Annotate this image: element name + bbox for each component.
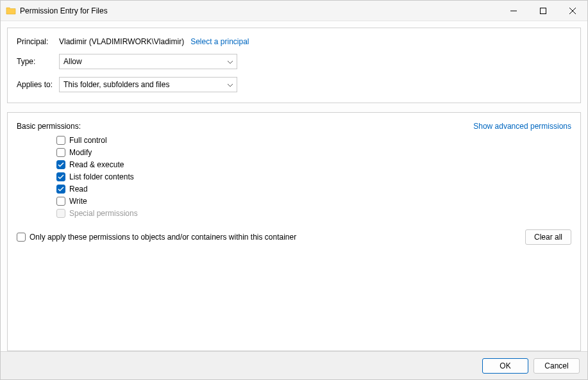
permission-row[interactable]: Write — [56, 197, 571, 206]
permission-label: Modify — [69, 148, 92, 157]
permissions-header: Basic permissions: Show advanced permiss… — [17, 122, 571, 131]
permissions-panel: Basic permissions: Show advanced permiss… — [7, 112, 581, 351]
titlebar: Permission Entry for Files — [1, 1, 587, 21]
principal-row: Principal: Vladimir (VLADIMIRWORK\Vladim… — [17, 37, 571, 46]
permission-label: Full control — [69, 136, 107, 145]
content-area: Principal: Vladimir (VLADIMIRWORK\Vladim… — [1, 21, 587, 351]
principal-label: Principal: — [17, 37, 59, 46]
permission-checkbox[interactable] — [56, 197, 65, 206]
applies-to-select[interactable] — [59, 77, 237, 92]
permission-label: Read & execute — [69, 160, 124, 169]
permission-row[interactable]: List folder contents — [56, 172, 571, 181]
type-row: Type: — [17, 54, 571, 69]
permission-label: List folder contents — [69, 172, 134, 181]
type-label: Type: — [17, 57, 59, 66]
permissions-list: Full controlModifyRead & executeList fol… — [17, 136, 571, 218]
only-apply-checkbox[interactable] — [17, 233, 26, 242]
basic-permissions-label: Basic permissions: — [17, 122, 81, 131]
permission-row[interactable]: Read & execute — [56, 160, 571, 169]
permissions-bottom-row: Only apply these permissions to objects … — [17, 229, 571, 245]
close-button[interactable] — [558, 1, 587, 21]
dialog-window: Permission Entry for Files Principal: Vl… — [0, 0, 588, 380]
permission-row[interactable]: Full control — [56, 136, 571, 145]
select-principal-link[interactable]: Select a principal — [190, 37, 249, 46]
permission-checkbox[interactable] — [56, 172, 65, 181]
permission-label: Special permissions — [69, 209, 138, 218]
permission-label: Write — [69, 197, 87, 206]
permission-checkbox[interactable] — [56, 136, 65, 145]
permission-label: Read — [69, 185, 88, 194]
principal-value: Vladimir (VLADIMIRWORK\Vladimir) — [59, 37, 184, 46]
minimize-button[interactable] — [499, 1, 528, 21]
only-apply-label: Only apply these permissions to objects … — [29, 233, 296, 242]
cancel-button[interactable]: Cancel — [533, 358, 580, 374]
permission-checkbox[interactable] — [56, 185, 65, 194]
type-select[interactable] — [59, 54, 237, 69]
svg-rect-0 — [541, 8, 546, 13]
maximize-button[interactable] — [528, 1, 558, 21]
only-apply-row[interactable]: Only apply these permissions to objects … — [17, 233, 296, 242]
show-advanced-link[interactable]: Show advanced permissions — [473, 122, 571, 131]
window-title: Permission Entry for Files — [20, 6, 499, 15]
permission-checkbox — [56, 209, 65, 218]
ok-button[interactable]: OK — [482, 358, 528, 374]
folder-icon — [6, 6, 16, 16]
permission-checkbox[interactable] — [56, 160, 65, 169]
permission-row: Special permissions — [56, 209, 571, 218]
permission-row[interactable]: Modify — [56, 148, 571, 157]
principal-panel: Principal: Vladimir (VLADIMIRWORK\Vladim… — [7, 28, 581, 103]
dialog-footer: OK Cancel — [1, 351, 587, 379]
permission-row[interactable]: Read — [56, 185, 571, 194]
applies-row: Applies to: — [17, 77, 571, 92]
clear-all-button[interactable]: Clear all — [525, 229, 571, 245]
permission-checkbox[interactable] — [56, 148, 65, 157]
applies-label: Applies to: — [17, 80, 59, 89]
